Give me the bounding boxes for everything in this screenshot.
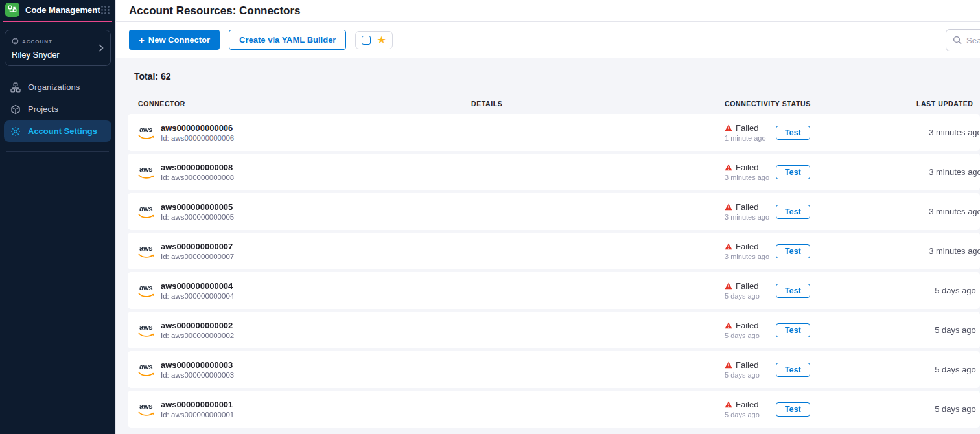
- connector-cell: aws aws000000000002 Id: aws000000000002: [138, 321, 471, 339]
- status-time: 3 minutes ago: [725, 213, 776, 221]
- connector-cell: aws aws000000000006 Id: aws000000000006: [138, 123, 471, 142]
- table-row[interactable]: aws aws000000000004 Id: aws000000000004: [128, 272, 980, 309]
- failed-warning-icon: [725, 361, 732, 369]
- last-updated: 3 minutes ago: [916, 246, 980, 256]
- connector-cell: aws aws000000000008 Id: aws000000000008: [138, 163, 471, 181]
- sidebar-item-label: Organizations: [28, 82, 80, 92]
- table-header-row: CONNECTOR DETAILS CONNECTIVITY STATUS LA…: [128, 100, 980, 108]
- failed-warning-icon: [725, 401, 732, 408]
- status-time: 3 minutes ago: [725, 174, 776, 181]
- table-row[interactable]: aws aws000000000001 Id: aws000000000001: [128, 391, 980, 428]
- last-updated: 5 days ago: [916, 286, 980, 295]
- status-text: Failed: [736, 202, 758, 212]
- new-connector-button[interactable]: + New Connector: [129, 30, 220, 50]
- test-button[interactable]: Test: [776, 323, 810, 337]
- plus-icon: +: [139, 35, 145, 45]
- connector-cell: aws aws000000000001 Id: aws000000000001: [138, 400, 471, 418]
- table-row[interactable]: aws aws000000000002 Id: aws000000000002: [128, 312, 980, 348]
- account-scope-selector[interactable]: ACCOUNT Riley Snyder: [5, 30, 111, 66]
- last-updated: 5 days ago: [916, 325, 980, 335]
- aws-logo-icon: aws: [138, 284, 155, 298]
- sidebar-item-projects[interactable]: Projects: [4, 98, 111, 120]
- toolbar: + New Connector Create via YAML Builder …: [116, 22, 980, 58]
- connectivity-status-cell: Failed 1 minute ago Test: [725, 123, 916, 142]
- aws-logo-icon: aws: [138, 402, 155, 417]
- connector-name: aws000000000008: [161, 163, 234, 172]
- search-box: [946, 29, 980, 51]
- sidebar: Code Management ACCOUNT Riley Snyder: [0, 0, 115, 434]
- connector-id: Id: aws000000000005: [161, 213, 234, 221]
- connector-name: aws000000000001: [161, 400, 234, 409]
- failed-warning-icon: [725, 124, 732, 131]
- connector-cell: aws aws000000000004 Id: aws000000000004: [138, 281, 471, 300]
- last-updated: 3 minutes ago: [916, 167, 980, 177]
- search-icon: [953, 36, 962, 45]
- aws-logo-icon: aws: [138, 363, 155, 377]
- test-button[interactable]: Test: [776, 363, 810, 377]
- test-button[interactable]: Test: [776, 126, 810, 140]
- connector-name: aws000000000003: [161, 360, 234, 370]
- module-grid-icon[interactable]: [100, 5, 110, 15]
- failed-warning-icon: [725, 164, 732, 171]
- table-row[interactable]: aws aws000000000005 Id: aws000000000005: [128, 193, 980, 230]
- connector-name: aws000000000004: [161, 281, 234, 291]
- last-updated: 3 minutes ago: [916, 128, 980, 137]
- column-header-details: DETAILS: [471, 100, 725, 108]
- table-row[interactable]: aws aws000000000003 Id: aws000000000003: [128, 351, 980, 388]
- test-button[interactable]: Test: [776, 205, 810, 219]
- status-text: Failed: [736, 400, 758, 409]
- column-header-connectivity-status: CONNECTIVITY STATUS: [725, 100, 916, 108]
- aws-logo-icon: aws: [138, 205, 155, 219]
- star-icon[interactable]: ★: [377, 36, 386, 45]
- connector-id: Id: aws000000000007: [161, 253, 234, 260]
- connector-id: Id: aws000000000006: [161, 134, 234, 142]
- test-button[interactable]: Test: [776, 244, 810, 258]
- connector-name: aws000000000006: [161, 123, 234, 133]
- connector-cell: aws aws000000000003 Id: aws000000000003: [138, 360, 471, 379]
- sidebar-item-organizations[interactable]: Organizations: [4, 76, 111, 98]
- connectivity-status-cell: Failed 5 days ago Test: [725, 281, 916, 300]
- test-button[interactable]: Test: [776, 402, 810, 417]
- connector-id: Id: aws000000000008: [161, 174, 234, 181]
- create-yaml-builder-button[interactable]: Create via YAML Builder: [229, 30, 346, 50]
- favorites-checkbox[interactable]: [362, 36, 371, 45]
- connectivity-status-cell: Failed 3 minutes ago Test: [725, 242, 916, 260]
- aws-logo-icon: aws: [138, 126, 155, 140]
- status-time: 5 days ago: [725, 332, 776, 339]
- cube-icon: [10, 104, 21, 115]
- connectivity-status-cell: Failed 3 minutes ago Test: [725, 163, 916, 181]
- table-row[interactable]: aws aws000000000008 Id: aws000000000008: [128, 154, 980, 190]
- connector-cell: aws aws000000000007 Id: aws000000000007: [138, 242, 471, 260]
- last-updated: 3 minutes ago: [916, 207, 980, 216]
- sidebar-item-label: Account Settings: [28, 126, 97, 136]
- status-time: 5 days ago: [725, 371, 776, 379]
- connectivity-status-cell: Failed 3 minutes ago Test: [725, 202, 916, 221]
- sidebar-header: Code Management: [0, 0, 115, 17]
- failed-warning-icon: [725, 203, 732, 211]
- test-button[interactable]: Test: [776, 284, 810, 298]
- status-text: Failed: [736, 242, 758, 251]
- connectivity-status-cell: Failed 5 days ago Test: [725, 321, 916, 339]
- account-scope-label: ACCOUNT: [22, 39, 52, 45]
- page-titlebar: Account Resources: Connectors: [116, 0, 980, 22]
- connector-name: aws000000000002: [161, 321, 234, 330]
- status-text: Failed: [736, 321, 758, 330]
- connectivity-status-cell: Failed 5 days ago Test: [725, 400, 916, 418]
- sidebar-item-account-settings[interactable]: Account Settings: [4, 120, 111, 142]
- table-row[interactable]: aws aws000000000006 Id: aws000000000006: [128, 114, 980, 151]
- connector-cell: aws aws000000000005 Id: aws000000000005: [138, 202, 471, 221]
- table-row[interactable]: aws aws000000000007 Id: aws000000000007: [128, 233, 980, 269]
- sidebar-divider: [6, 151, 109, 152]
- failed-warning-icon: [725, 243, 732, 250]
- search-input[interactable]: [966, 36, 980, 45]
- connector-name: aws000000000007: [161, 242, 234, 251]
- failed-warning-icon: [725, 322, 732, 329]
- sidebar-nav: Organizations Projects Account Settings: [0, 76, 115, 142]
- org-chart-icon: [10, 82, 21, 93]
- sidebar-item-label: Projects: [28, 104, 58, 114]
- code-management-logo-icon[interactable]: [5, 3, 19, 17]
- last-updated: 5 days ago: [916, 404, 980, 414]
- failed-warning-icon: [725, 282, 732, 290]
- connector-id: Id: aws000000000004: [161, 292, 234, 300]
- test-button[interactable]: Test: [776, 165, 810, 179]
